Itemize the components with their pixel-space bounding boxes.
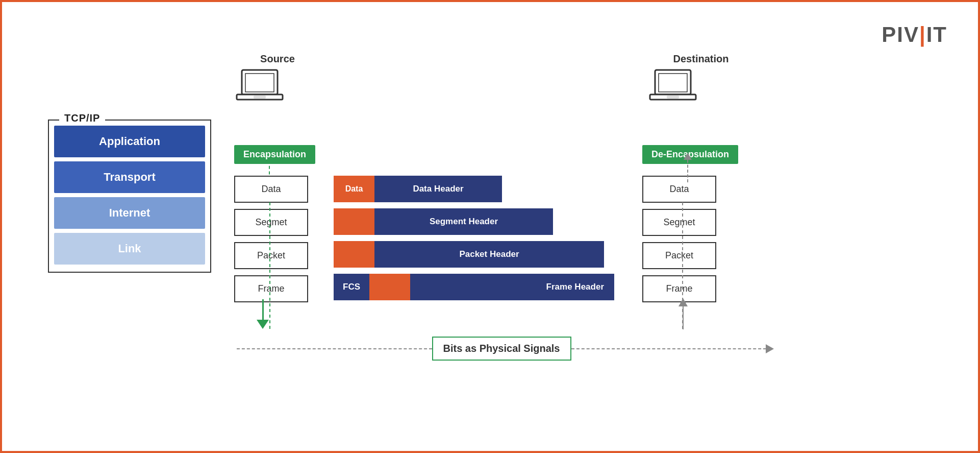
dst-up-arrow — [679, 298, 688, 329]
dst-data-box: Data — [642, 176, 716, 203]
bar-navy-packet-header: Packet Header — [374, 241, 604, 268]
bar-orange-data: Data — [334, 176, 374, 202]
bits-signal-box: Bits as Physical Signals — [432, 337, 571, 361]
deenc-arrow-head — [684, 153, 692, 160]
destination-label: Destination — [660, 53, 742, 65]
bar-row-segment: Segment Header — [334, 208, 614, 235]
encapsulation-badge: Encapsulation — [234, 145, 315, 164]
bar-fcs: FCS — [334, 274, 369, 300]
bar-row-data: Data Data Header — [334, 176, 614, 202]
dst-up-line — [683, 306, 684, 329]
deenc-dashed-line — [687, 160, 688, 182]
layer-application: Application — [54, 126, 205, 157]
bits-signal-right-line — [571, 348, 767, 349]
tcpip-box: TCP/IP Application Transport Internet Li… — [48, 120, 211, 273]
dst-packet-box: Packet — [642, 242, 716, 269]
svg-rect-5 — [659, 74, 687, 92]
source-column: Data Segmet Packet Frame — [234, 176, 308, 302]
layer-transport: Transport — [54, 161, 205, 193]
dst-up-arrowhead — [679, 298, 688, 306]
destination-column: Data Segmet Packet Frame — [642, 176, 716, 302]
src-down-line — [262, 299, 264, 320]
src-dashed-connectors — [269, 202, 271, 329]
bar-row-frame: FCS Frame Header — [334, 274, 614, 300]
src-segment-box: Segmet — [234, 209, 308, 236]
bar-orange-packet — [334, 241, 374, 268]
tcpip-title: TCP/IP — [59, 112, 105, 124]
bits-signal-container: Bits as Physical Signals — [237, 337, 774, 361]
logo-it: IT — [926, 22, 947, 46]
deenc-arrow-up — [684, 153, 692, 182]
dst-segment-box: Segmet — [642, 209, 716, 236]
src-data-box: Data — [234, 176, 308, 203]
layer-internet: Internet — [54, 197, 205, 229]
logo-divider: | — [919, 22, 926, 46]
src-down-arrow — [257, 299, 269, 329]
src-packet-box: Packet — [234, 242, 308, 269]
layer-link: Link — [54, 233, 205, 265]
bits-signal-arrow — [766, 344, 774, 353]
src-frame-box: Frame — [234, 275, 308, 302]
logo: PIV|IT — [882, 22, 947, 47]
bar-row-packet: Packet Header — [334, 241, 614, 268]
source-laptop — [234, 66, 285, 109]
source-label: Source — [247, 53, 308, 65]
svg-rect-3 — [254, 96, 266, 99]
svg-rect-7 — [667, 96, 679, 99]
destination-laptop — [647, 66, 698, 109]
bar-orange-segment — [334, 208, 374, 235]
bar-navy-frame-header: Frame Header — [410, 274, 614, 300]
logo-piv: PIV — [882, 22, 919, 46]
svg-rect-1 — [245, 74, 274, 92]
bar-orange-frame — [369, 274, 410, 300]
src-down-arrowhead — [257, 320, 269, 329]
bar-navy-data-header: Data Header — [374, 176, 502, 202]
bar-navy-segment-header: Segment Header — [374, 208, 553, 235]
bits-signal-left-line — [237, 348, 432, 349]
center-visualization: Data Data Header Segment Header Packet H… — [334, 176, 614, 300]
